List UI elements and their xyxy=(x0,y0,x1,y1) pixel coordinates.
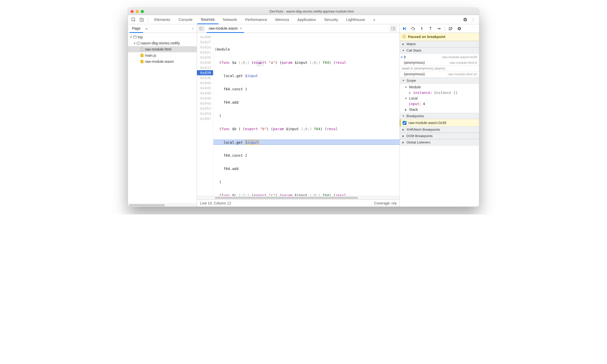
step-out-button[interactable] xyxy=(427,26,434,32)
gutter[interactable]: 0x000 0x027 0x02a 0x02c 0x035 0x036 0x03… xyxy=(197,33,213,196)
debugger-toolbar xyxy=(400,24,479,33)
navigator-tabs-overflow[interactable]: » xyxy=(143,24,150,33)
global-listeners-header[interactable]: ▶Global Listeners xyxy=(400,139,479,145)
editor-panel: raw-module.wasm × 0x000 0x027 0x02a 0x02… xyxy=(197,24,400,207)
svg-point-15 xyxy=(458,27,461,30)
panel-tabs: Elements Console Sources Network Perform… xyxy=(128,15,479,24)
svg-point-12 xyxy=(430,29,431,30)
titlebar: DevTools - wasm-dbg-stories.netlify.app/… xyxy=(128,8,479,15)
tab-security[interactable]: Security xyxy=(321,15,342,24)
pause-on-exceptions-button[interactable] xyxy=(456,26,462,32)
code-editor[interactable]: 0x000 0x027 0x02a 0x02c 0x035 0x036 0x03… xyxy=(197,33,400,196)
svg-rect-9 xyxy=(405,27,406,30)
navigator-tab-page[interactable]: Page xyxy=(130,24,143,33)
debugger-panel: ⓘ Paused on breakpoint ▶Watch ▼Call Stac… xyxy=(400,24,479,207)
tree-node-top[interactable]: ▼ top xyxy=(128,34,197,40)
sidebar-scrollbar[interactable] xyxy=(128,203,197,207)
callstack-body: b raw-module.wasm:0x39 (anonymous) raw-m… xyxy=(400,54,479,77)
scope-section-header[interactable]: ▼Scope xyxy=(400,77,479,84)
scope-body: ▼Module ▶instance: Instance {} ▼Local in… xyxy=(400,84,479,113)
svg-point-10 xyxy=(413,29,413,30)
tab-network[interactable]: Network xyxy=(219,15,241,24)
dom-breakpoints-header[interactable]: ▶DOM Breakpoints xyxy=(400,133,479,139)
step-into-button[interactable] xyxy=(419,26,425,32)
current-execution-line: ▶ local.get $input xyxy=(213,140,400,145)
tab-memory[interactable]: Memory xyxy=(272,15,293,24)
navigator-more-icon[interactable]: ⋮ xyxy=(191,27,195,31)
callstack-frame[interactable]: (anonymous) raw-module.html:9 xyxy=(400,60,479,65)
step-button[interactable] xyxy=(436,26,442,32)
svg-point-13 xyxy=(440,28,441,29)
svg-rect-16 xyxy=(459,28,459,29)
breakpoint-checkbox[interactable] xyxy=(403,121,406,125)
tab-performance[interactable]: Performance xyxy=(242,15,271,24)
tree-file-main-js[interactable]: main.js xyxy=(128,52,197,58)
info-icon: ⓘ xyxy=(402,34,406,39)
devtools-window: DevTools - wasm-dbg-stories.netlify.app/… xyxy=(128,8,479,207)
resume-button[interactable] xyxy=(401,26,407,32)
tab-lighthouse[interactable]: Lighthouse xyxy=(343,15,368,24)
editor-tab-file[interactable]: raw-module.wasm × xyxy=(207,24,244,33)
tree-file-raw-module-html[interactable]: raw-module.html xyxy=(128,46,197,52)
cloud-icon xyxy=(136,42,141,45)
close-window-button[interactable] xyxy=(131,10,134,13)
scope-input[interactable]: input: 4 xyxy=(400,101,479,107)
callstack-frame[interactable]: (anonymous) raw-module.html:10 xyxy=(400,71,479,77)
tab-application[interactable]: Application xyxy=(294,15,320,24)
file-icon xyxy=(140,47,144,51)
settings-gear-icon[interactable] xyxy=(462,16,469,23)
file-tree: ▼ top ▼ wasm-dbg-stories.netlify raw-mod… xyxy=(128,33,197,203)
tabs-overflow[interactable]: » xyxy=(370,15,379,24)
navigator-sidebar: Page » ⋮ ▼ top ▼ wasm-dbg-stories.netlif… xyxy=(128,24,197,207)
tab-elements[interactable]: Elements xyxy=(151,15,174,24)
tree-file-raw-module-wasm[interactable]: raw-module.wasm xyxy=(128,58,197,65)
paused-banner: ⓘ Paused on breakpoint xyxy=(400,33,479,41)
more-menu-icon[interactable]: ⋮ xyxy=(470,16,477,23)
svg-rect-17 xyxy=(460,28,460,29)
wasm-file-icon xyxy=(140,60,144,63)
tab-sources[interactable]: Sources xyxy=(197,15,218,24)
window-icon xyxy=(133,35,137,39)
tab-console[interactable]: Console xyxy=(175,15,196,24)
inspect-element-icon[interactable] xyxy=(130,16,137,23)
close-tab-icon[interactable]: × xyxy=(240,26,242,30)
scope-instance[interactable]: ▶instance: Instance {} xyxy=(400,90,479,95)
coverage-status: Coverage: n/a xyxy=(374,201,396,205)
traffic-lights xyxy=(131,10,144,13)
callstack-async-divider: await in (anonymous) (async) xyxy=(400,65,479,71)
scope-module[interactable]: ▼Module xyxy=(400,84,479,90)
breakpoints-section-header[interactable]: ▼Breakpoints xyxy=(400,113,479,119)
xhr-breakpoints-header[interactable]: ▶XHR/fetch Breakpoints xyxy=(400,126,479,133)
device-toolbar-icon[interactable] xyxy=(138,16,145,23)
scope-local[interactable]: ▼Local xyxy=(400,95,479,101)
svg-rect-2 xyxy=(142,19,144,21)
editor-status-bar: Line 10, Column 12 Coverage: n/a xyxy=(197,199,400,207)
watch-section-header[interactable]: ▶Watch xyxy=(400,41,479,47)
breakpoint-item[interactable]: raw-module.wasm:0x39 xyxy=(400,119,479,126)
callstack-frame[interactable]: b raw-module.wasm:0x39 xyxy=(400,54,479,60)
show-debugger-icon[interactable] xyxy=(390,25,396,32)
window-title: DevTools - wasm-dbg-stories.netlify.app/… xyxy=(147,9,476,13)
navigator-tabs: Page » ⋮ xyxy=(128,24,197,33)
show-navigator-icon[interactable] xyxy=(198,25,205,32)
minimize-window-button[interactable] xyxy=(136,10,139,13)
maximize-window-button[interactable] xyxy=(141,10,144,13)
js-file-icon xyxy=(140,54,144,57)
cursor-position: Line 10, Column 12 xyxy=(200,201,231,205)
editor-scrollbar[interactable] xyxy=(197,196,400,199)
tree-node-domain[interactable]: ▼ wasm-dbg-stories.netlify xyxy=(128,40,197,46)
editor-tabs: raw-module.wasm × xyxy=(197,24,400,33)
step-over-button[interactable] xyxy=(410,26,416,32)
deactivate-breakpoints-button[interactable] xyxy=(448,26,454,32)
scope-stack[interactable]: ▶Stack xyxy=(400,107,479,112)
execution-arrow-icon: ▶ xyxy=(213,140,214,145)
svg-point-11 xyxy=(422,29,422,30)
code-content[interactable]: 4 (module (func $a (;0;) (export "a") (p… xyxy=(213,33,400,196)
callstack-section-header[interactable]: ▼Call Stack xyxy=(400,47,479,54)
svg-rect-3 xyxy=(133,36,136,38)
